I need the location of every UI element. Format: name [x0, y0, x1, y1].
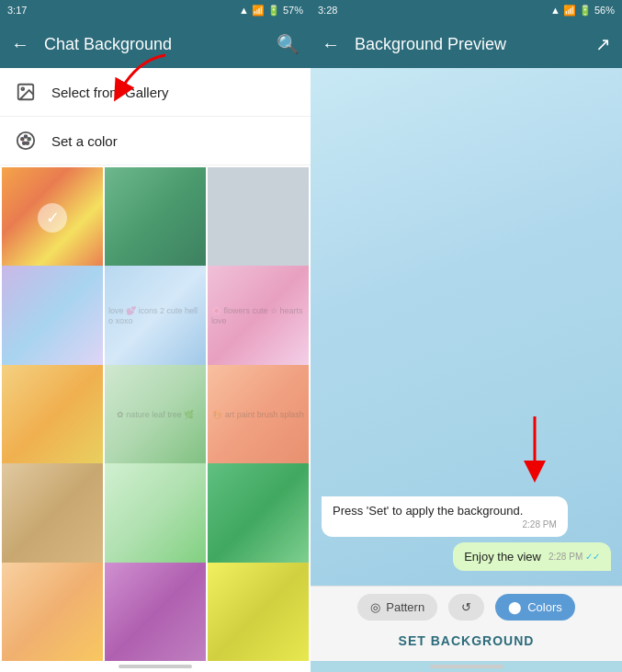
- message-tick-icon: ✓✓: [585, 552, 600, 562]
- colors-label: Colors: [527, 600, 562, 614]
- set-bg-label: SET BACKGROUND: [399, 633, 535, 648]
- chat-messages: Press 'Set' to apply the background. 2:2…: [311, 489, 622, 578]
- outgoing-message: Enjoy the view 2:28 PM ✓✓: [453, 542, 611, 571]
- doodle-9: 🎨 art paint brush splash: [208, 365, 309, 466]
- svg-point-5: [28, 138, 30, 141]
- refresh-icon: ↺: [461, 600, 471, 614]
- background-grid: ✓ love 💕 icons 2 cute hello xoxo 🌸 flowe…: [0, 165, 311, 661]
- gallery-icon: [15, 81, 37, 103]
- wifi-icon: 📶: [252, 5, 265, 17]
- right-panel: 3:28 ▲ 📶 🔋 56% ← Background Preview ↗ Pr…: [311, 0, 622, 672]
- left-title: Chat Background: [44, 35, 262, 54]
- battery-percent: 57%: [283, 5, 303, 16]
- incoming-message-text: Press 'Set' to apply the background.: [333, 504, 523, 518]
- bg-item-9[interactable]: 🎨 art paint brush splash: [208, 365, 309, 466]
- bg-item-14[interactable]: [105, 563, 206, 661]
- right-battery-percent: 56%: [594, 5, 615, 16]
- refresh-button[interactable]: ↺: [448, 594, 484, 621]
- bg-item-13[interactable]: [2, 563, 103, 661]
- set-background-button[interactable]: SET BACKGROUND: [322, 628, 611, 654]
- svg-point-1: [21, 87, 24, 90]
- bottom-bar: ◎ Pattern ↺ ⬤ Colors SET BACKGROUND: [311, 586, 622, 661]
- bg-item-15[interactable]: [208, 563, 309, 661]
- left-app-bar: ← Chat Background 🔍: [0, 20, 311, 68]
- colors-toggle-icon: ⬤: [508, 600, 522, 614]
- right-nav-indicator: [430, 665, 503, 668]
- left-status-icons: ▲ 📶 🔋 57%: [239, 5, 303, 17]
- bg-item-12[interactable]: [208, 463, 309, 564]
- bg-item-10[interactable]: [2, 463, 103, 564]
- annotation-arrow-right: [503, 412, 567, 489]
- incoming-message-time: 2:28 PM: [523, 519, 557, 530]
- left-search-button[interactable]: 🔍: [277, 33, 300, 55]
- outgoing-message-text: Enjoy the view: [464, 550, 541, 564]
- right-battery-icon: 🔋: [579, 5, 592, 17]
- palette-icon: [15, 130, 37, 152]
- bg-item-2[interactable]: [105, 167, 206, 268]
- select-gallery-item[interactable]: Select from Gallery: [0, 68, 311, 117]
- left-back-button[interactable]: ←: [11, 34, 29, 55]
- bg-item-4[interactable]: [2, 266, 103, 367]
- bg-item-8[interactable]: ✿ nature leaf tree 🌿: [105, 365, 206, 466]
- right-app-bar: ← Background Preview ↗: [311, 20, 622, 68]
- doodle-6: 🌸 flowers cute ☆ hearts love: [208, 266, 309, 367]
- svg-point-7: [23, 142, 26, 144]
- select-gallery-label: Select from Gallery: [51, 85, 169, 100]
- right-status-icons: ▲ 📶 🔋 56%: [550, 5, 615, 17]
- outgoing-message-time: 2:28 PM ✓✓: [548, 552, 600, 562]
- right-wifi-icon: 📶: [563, 5, 576, 17]
- bg-item-5[interactable]: love 💕 icons 2 cute hello xoxo: [105, 266, 206, 367]
- svg-point-6: [26, 142, 28, 144]
- bg-item-6[interactable]: 🌸 flowers cute ☆ hearts love: [208, 266, 309, 367]
- battery-icon: 🔋: [267, 5, 280, 17]
- set-color-item[interactable]: Set a color: [0, 117, 311, 165]
- right-signal-icon: ▲: [550, 5, 560, 16]
- doodle-8: ✿ nature leaf tree 🌿: [105, 365, 206, 466]
- right-status-bar: 3:28 ▲ 📶 🔋 56%: [311, 0, 622, 20]
- incoming-message: Press 'Set' to apply the background. 2:2…: [322, 496, 568, 537]
- right-back-button[interactable]: ←: [322, 34, 340, 55]
- signal-icon: ▲: [239, 5, 249, 16]
- bg-item-1[interactable]: ✓: [2, 167, 103, 268]
- left-panel: 3:17 ▲ 📶 🔋 57% ← Chat Background 🔍 Selec…: [0, 0, 311, 672]
- right-title: Background Preview: [355, 35, 581, 54]
- colors-button[interactable]: ⬤ Colors: [495, 594, 575, 621]
- pattern-label: Pattern: [386, 600, 424, 614]
- bg-item-7[interactable]: [2, 365, 103, 466]
- right-share-button[interactable]: ↗: [595, 33, 611, 55]
- bottom-actions: ◎ Pattern ↺ ⬤ Colors: [322, 594, 611, 621]
- set-color-label: Set a color: [51, 133, 118, 149]
- right-time: 3:28: [318, 5, 337, 16]
- svg-point-3: [21, 138, 24, 141]
- left-nav-indicator: [119, 665, 192, 668]
- left-status-bar: 3:17 ▲ 📶 🔋 57%: [0, 0, 311, 20]
- pattern-icon: ◎: [370, 600, 380, 614]
- doodle-5: love 💕 icons 2 cute hello xoxo: [105, 266, 206, 367]
- svg-point-4: [25, 135, 28, 138]
- bg-item-3[interactable]: [208, 167, 309, 268]
- pattern-button[interactable]: ◎ Pattern: [357, 594, 437, 621]
- left-time: 3:17: [7, 5, 27, 16]
- chat-background: Press 'Set' to apply the background. 2:2…: [311, 68, 622, 586]
- selected-check-icon: ✓: [38, 203, 67, 233]
- bg-item-11[interactable]: [105, 463, 206, 564]
